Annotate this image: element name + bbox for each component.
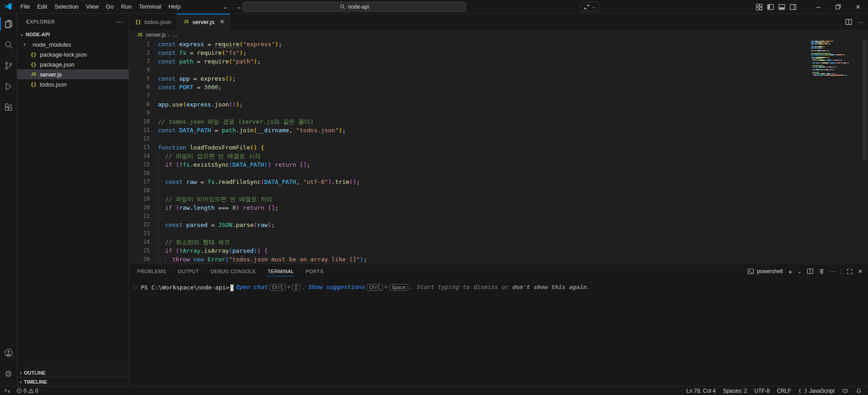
code-line-4[interactable]	[158, 66, 805, 74]
code-line-23[interactable]	[158, 229, 805, 238]
code-line-8[interactable]: app.use(express.json());	[158, 100, 805, 109]
line-number[interactable]: 5	[129, 74, 150, 83]
line-number[interactable]: 16	[129, 169, 150, 178]
panel-tab-ports[interactable]: PORTS	[305, 264, 324, 279]
notifications-bell-icon[interactable]	[856, 388, 862, 394]
eol-status[interactable]: CRLF	[777, 388, 791, 394]
terminal-view[interactable]: PS C:\Workspace\node-api> Open chatCtrl+…	[129, 279, 868, 386]
code-line-19[interactable]: // 파일이 비어있으면 빈 배열로 처리	[158, 195, 805, 203]
scrollbar-slider[interactable]	[863, 40, 867, 161]
remote-indicator-icon[interactable]	[4, 388, 11, 394]
code-line-11[interactable]: const DATA_PATH = path.join(__dirname, "…	[158, 126, 805, 135]
code-editor[interactable]: 1234567891011121314151617181920212223242…	[129, 40, 868, 264]
accounts-button[interactable]	[0, 342, 17, 363]
back-icon[interactable]: ←	[223, 3, 229, 10]
code-line-12[interactable]	[158, 135, 805, 143]
encoding-status[interactable]: UTF-8	[754, 388, 770, 394]
line-number[interactable]: 3	[129, 57, 150, 66]
line-number[interactable]: 19	[129, 195, 150, 203]
indentation-status[interactable]: Spaces: 2	[723, 388, 747, 394]
kill-terminal-icon[interactable]	[819, 268, 825, 275]
code-line-7[interactable]	[158, 92, 805, 100]
panel-tab-debug-console[interactable]: DEBUG CONSOLE	[210, 264, 257, 279]
panel-tab-problems[interactable]: PROBLEMS	[136, 264, 167, 279]
line-number[interactable]: 18	[129, 186, 150, 195]
tab-server.js[interactable]: JSserver.js✕	[177, 14, 230, 30]
line-number[interactable]: 12	[129, 135, 150, 143]
code-line-9[interactable]	[158, 109, 805, 117]
code-line-13[interactable]: function loadTodosFromFile() {	[158, 143, 805, 152]
code-line-24[interactable]: // 최소한의 형태 체크	[158, 238, 805, 246]
run-debug-activity-button[interactable]	[0, 76, 17, 97]
code-line-15[interactable]: if (!fs.existsSync(DATA_PATH)) return []…	[158, 160, 805, 169]
minimize-button[interactable]: ─	[808, 0, 828, 14]
file-item-server.js[interactable]: JSserver.js	[17, 69, 129, 79]
toggle-primary-sidebar-icon[interactable]	[767, 4, 774, 10]
source-control-activity-button[interactable]	[0, 55, 17, 76]
line-number[interactable]: 13	[129, 143, 150, 152]
copilot-menu-button[interactable]: ⌄	[580, 2, 599, 12]
file-item-node_modules[interactable]: ›node_modules	[17, 39, 129, 49]
file-item-todos.json[interactable]: {}todos.json	[17, 79, 129, 89]
code-line-10[interactable]: // todos.json 파일 경로 (server.js와 같은 폴더)	[158, 117, 805, 126]
line-number[interactable]: 20	[129, 203, 150, 212]
toggle-secondary-sidebar-icon[interactable]	[790, 4, 796, 10]
line-number[interactable]: 17	[129, 178, 150, 186]
code-line-18[interactable]	[158, 186, 805, 195]
extensions-activity-button[interactable]	[0, 97, 17, 118]
panel-tab-terminal[interactable]: TERMINAL	[267, 264, 295, 279]
split-terminal-icon[interactable]	[807, 268, 813, 275]
search-input[interactable]: node-api	[243, 2, 466, 12]
menu-go[interactable]: Go	[102, 2, 117, 11]
timeline-section[interactable]: › TIMELINE	[17, 377, 129, 386]
close-panel-icon[interactable]: ✕	[858, 268, 863, 275]
line-number[interactable]: 25	[129, 246, 150, 255]
file-item-package-lock.json[interactable]: {}package-lock.json	[17, 49, 129, 59]
breadcrumb-symbol[interactable]: …	[172, 32, 177, 38]
code-line-25[interactable]: if (!Array.isArray(parsed)) {	[158, 246, 805, 255]
code-line-20[interactable]: if (raw.length === 0) return [];	[158, 203, 805, 212]
code-line-3[interactable]: const path = require("path");	[158, 57, 805, 66]
line-number[interactable]: 22	[129, 221, 150, 229]
line-number[interactable]: 15	[129, 160, 150, 169]
code-line-17[interactable]: const raw = fs.readFileSync(DATA_PATH, "…	[158, 178, 805, 186]
suggestion-text[interactable]: Open chat	[236, 284, 268, 290]
menu-file[interactable]: File	[17, 2, 33, 11]
toggle-panel-icon[interactable]	[778, 4, 785, 10]
explorer-activity-button[interactable]	[0, 14, 17, 34]
close-window-button[interactable]: ✕	[848, 0, 868, 14]
line-number[interactable]: 1	[129, 40, 150, 48]
line-number[interactable]: 7	[129, 92, 150, 100]
explorer-more-actions-icon[interactable]: ···	[116, 18, 123, 25]
line-number[interactable]: 23	[129, 229, 150, 238]
problems-status[interactable]: 0 0	[16, 388, 38, 394]
breadcrumb[interactable]: JS server.js › …	[129, 30, 868, 40]
code-line-5[interactable]: const app = express();	[158, 74, 805, 83]
code-line-2[interactable]: const fs = require("fs");	[158, 48, 805, 57]
customize-layout-icon[interactable]	[756, 4, 763, 10]
forward-icon[interactable]: →	[235, 3, 242, 10]
line-number[interactable]: 21	[129, 212, 150, 221]
code-line-16[interactable]	[158, 169, 805, 178]
command-decoration-icon[interactable]	[134, 285, 137, 289]
menu-view[interactable]: View	[82, 2, 102, 11]
tab-todos.json[interactable]: {}todos.json	[129, 14, 177, 30]
line-number[interactable]: 26	[129, 255, 150, 264]
menu-help[interactable]: Help	[165, 2, 184, 11]
breadcrumb-file[interactable]: server.js	[146, 32, 166, 38]
language-mode-status[interactable]: { } JavaScript	[798, 388, 835, 394]
line-number[interactable]: 4	[129, 66, 150, 74]
cursor-position-status[interactable]: Ln 78, Col 4	[687, 388, 716, 394]
settings-button[interactable]: ⚙	[0, 363, 17, 384]
suggestion-text[interactable]: Show suggestions	[309, 284, 365, 290]
line-number[interactable]: 11	[129, 126, 150, 135]
terminal-instance-label[interactable]: powershell	[748, 268, 782, 275]
menu-terminal[interactable]: Terminal	[135, 2, 165, 11]
line-number[interactable]: 9	[129, 109, 150, 117]
copilot-status-icon[interactable]	[842, 388, 849, 394]
new-terminal-icon[interactable]: +	[788, 268, 792, 275]
file-item-package.json[interactable]: {}package.json	[17, 59, 129, 69]
code-line-1[interactable]: const express = require("express");	[158, 40, 805, 48]
line-number[interactable]: 14	[129, 152, 150, 160]
outline-section[interactable]: › OUTLINE	[17, 368, 129, 377]
